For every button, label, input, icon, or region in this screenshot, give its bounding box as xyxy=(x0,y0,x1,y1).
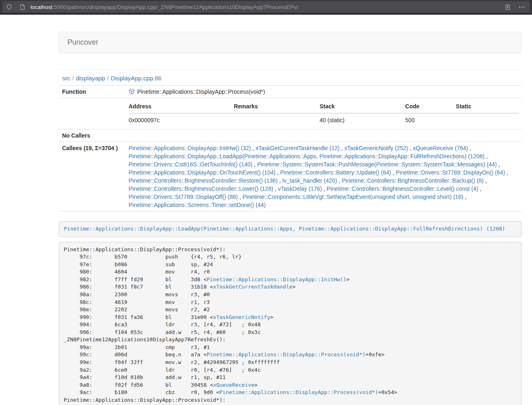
reader-mode-icon[interactable] xyxy=(501,4,514,10)
divider xyxy=(59,69,521,70)
callee-link[interactable]: Pinetime::Controllers::BrightnessControl… xyxy=(327,185,478,192)
callee-link[interactable]: Pinetime::Controllers::BrightnessControl… xyxy=(129,177,278,184)
col-header-address: Address xyxy=(129,100,234,113)
callee-link[interactable]: Pinetime::Applications::DisplayApp::OnTo… xyxy=(129,169,276,176)
function-table: Function Pinetime::Applications::Display… xyxy=(59,85,521,211)
callers-row: No Callers xyxy=(59,129,521,142)
callee-link[interactable]: Pinetime::Applications::Screens::Timer::… xyxy=(129,202,266,208)
col-header-code: Code xyxy=(405,100,456,113)
breadcrumb-separator: / xyxy=(72,75,74,82)
callee-link[interactable]: Pinetime::Drivers::St7789::DisplayOn() (… xyxy=(396,169,505,176)
col-header-static: Static xyxy=(456,100,518,113)
url-host: localhost xyxy=(30,4,52,10)
callee-link[interactable]: Pinetime::Components::LittleVgl::SetNewT… xyxy=(243,194,463,200)
remarks-value xyxy=(234,113,319,127)
callee-link[interactable]: xQueueReceive (764) xyxy=(413,145,468,151)
breadcrumb-separator: / xyxy=(107,75,109,82)
tracking-protection-shield-icon[interactable] xyxy=(2,4,16,10)
asm-symbol-link[interactable]: xTaskGetCurrentTaskHandle xyxy=(213,284,293,290)
breadcrumb-link-file[interactable]: DisplayApp.cpp xyxy=(111,75,153,82)
callee-link[interactable]: Pinetime::Applications::DisplayApp::Load… xyxy=(129,153,485,159)
symbol-cube-icon xyxy=(129,88,135,95)
callee-link[interactable]: Pinetime::Drivers::St7789::DisplayOff() … xyxy=(129,194,238,200)
asm-symbol-link[interactable]: xTaskGenericNotify xyxy=(213,314,270,320)
function-row: Function Pinetime::Applications::Display… xyxy=(59,86,521,98)
callee-link[interactable]: Pinetime::Controllers::BrightnessControl… xyxy=(342,177,483,184)
function-label: Function xyxy=(59,86,125,98)
breadcrumb-link-src[interactable]: src xyxy=(62,75,70,82)
asm-symbol-link[interactable]: Pinetime::Applications::DisplayApp::Proc… xyxy=(220,389,378,395)
callees-row: Callees (19, Σ=3704 ) Pinetime::Applicat… xyxy=(59,142,521,211)
stack-value: 40 (static) xyxy=(319,113,405,127)
asm-symbol-link[interactable]: Pinetime::Applications::DisplayApp::Init… xyxy=(207,276,346,282)
callees-cell: Pinetime::Applications::DisplayApp::Init… xyxy=(125,142,521,211)
url-text[interactable]: localhost:5000/path/src/displayapp/Displ… xyxy=(30,4,501,10)
callee-link[interactable]: Pinetime::Drivers::Cst816S::GetTouchInfo… xyxy=(129,161,252,168)
callee-link[interactable]: Pinetime::Applications::DisplayApp::Init… xyxy=(129,145,251,151)
url-path: :5000/path/src/displayapp/DisplayApp.cpp… xyxy=(52,4,298,10)
callee-link[interactable]: xTaskGenericNotify (252) xyxy=(344,145,408,151)
asm-symbol-link[interactable]: Pinetime::Applications::DisplayApp::Proc… xyxy=(207,351,365,358)
no-callers-label: No Callers xyxy=(59,129,125,142)
url-bar[interactable]: localhost:5000/path/src/displayapp/Displ… xyxy=(2,1,530,13)
breadcrumb-link-displayapp[interactable]: displayapp xyxy=(76,75,105,82)
callee-link[interactable]: lv_task_handler (420) xyxy=(282,177,337,184)
page-actions-icon[interactable]: ••• xyxy=(515,5,530,9)
callee-link[interactable]: vTaskDelay (176) xyxy=(278,185,322,192)
stats-row: Address Remarks Stack Code Static 0x0000… xyxy=(59,98,521,129)
callees-label: Callees (19, Σ=3704 ) xyxy=(59,142,125,211)
static-value xyxy=(456,113,518,127)
browser-toolbar: localhost:5000/path/src/displayapp/Displ… xyxy=(0,0,532,15)
breadcrumb-line-number: :86 xyxy=(153,75,162,82)
source-line-link[interactable]: Pinetime::Applications::DisplayApp::Load… xyxy=(64,226,505,232)
page-content: Puncover src/displayapp/DisplayApp.cpp:8… xyxy=(59,32,521,405)
callee-link[interactable]: Pinetime::Controllers::BrightnessControl… xyxy=(129,185,273,192)
callee-link[interactable]: Pinetime::Controllers::Battery::Update()… xyxy=(280,169,391,176)
assembly-listing: Pinetime::Applications::DisplayApp::Proc… xyxy=(59,242,521,405)
address-value: 0x0000097c xyxy=(129,113,234,127)
col-header-remarks: Remarks xyxy=(234,100,319,113)
code-size-value: 500 xyxy=(405,113,456,127)
stats-table: Address Remarks Stack Code Static 0x0000… xyxy=(129,100,518,127)
col-header-stack: Stack xyxy=(319,100,405,113)
breadcrumb: src/displayapp/DisplayApp.cpp:86 xyxy=(62,75,521,82)
page-info-icon[interactable] xyxy=(16,4,29,10)
callee-link[interactable]: xTaskGetCurrentTaskHandle (12) xyxy=(256,145,340,151)
callee-link[interactable]: Pinetime::System::SystemTask::PushMessag… xyxy=(257,161,497,168)
function-name: Pinetime::Applications::DisplayApp::Proc… xyxy=(137,88,265,95)
asm-symbol-link[interactable]: xQueueReceive xyxy=(213,382,254,388)
app-navbar: Puncover xyxy=(59,32,521,53)
brand-title[interactable]: Puncover xyxy=(67,38,98,46)
table-row: 0x0000097c 40 (static) 500 xyxy=(129,113,518,127)
source-line-snippet: Pinetime::Applications::DisplayApp::Load… xyxy=(59,221,521,237)
